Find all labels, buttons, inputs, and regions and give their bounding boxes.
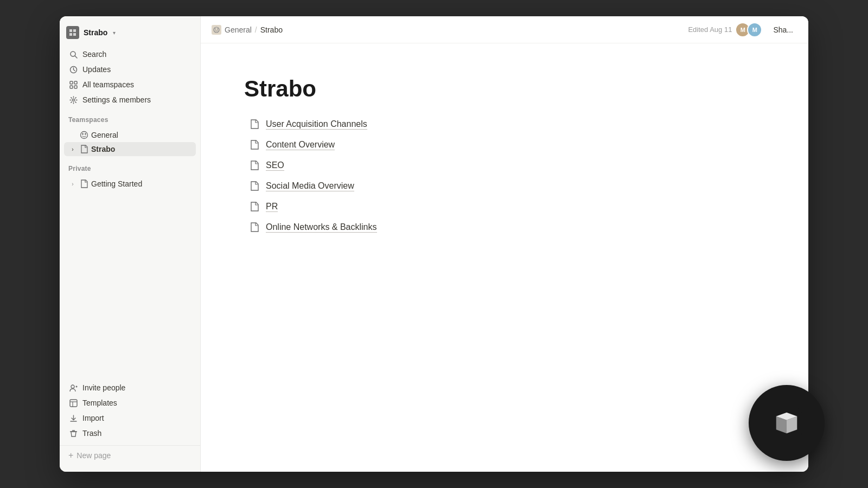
svg-rect-4 (74, 81, 77, 84)
breadcrumb-current-label: Strabo (260, 25, 283, 34)
workspace-header[interactable]: Strabo ▾ (60, 23, 200, 44)
item-doc-icon-1 (248, 139, 260, 151)
list-item[interactable]: User Acquisition Channels (244, 115, 765, 133)
item-label-1: Content Overview (266, 140, 335, 150)
sidebar-item-general[interactable]: General (64, 128, 196, 142)
sidebar-bottom-nav: Invite people Templates (60, 378, 200, 443)
svg-point-9 (82, 133, 84, 135)
svg-point-7 (72, 99, 74, 101)
svg-point-8 (81, 132, 88, 139)
item-doc-icon-5 (248, 221, 260, 233)
general-chevron-icon (68, 131, 77, 139)
getting-started-doc-icon (79, 179, 89, 189)
list-item[interactable]: PR (244, 197, 765, 216)
plus-icon: + (68, 451, 73, 460)
sidebar-item-import[interactable]: Import (64, 410, 196, 426)
teamspaces-section-label: Teamspaces (60, 110, 200, 126)
main-content: General / Strabo Edited Aug 11 M M (201, 16, 808, 472)
search-label: Search (82, 50, 106, 59)
svg-rect-14 (70, 400, 77, 407)
sidebar-nav: Search Updates (60, 44, 200, 110)
edited-timestamp: Edited Aug 11 (688, 25, 732, 34)
private-nav: › Getting Started (60, 175, 200, 193)
general-breadcrumb-icon (212, 25, 221, 35)
strabo-chevron-icon: › (68, 145, 77, 153)
page-content: Strabo User Acquisition Channels (201, 43, 808, 472)
collaborator-avatars: M M (738, 22, 762, 37)
invite-people-label: Invite people (82, 383, 125, 392)
breadcrumb-separator: / (255, 25, 257, 34)
sidebar-item-all-teamspaces[interactable]: All teamspaces (64, 77, 196, 92)
all-teamspaces-label: All teamspaces (82, 80, 134, 89)
trash-label: Trash (82, 429, 101, 438)
workspace-name: Strabo (84, 28, 107, 37)
workspace-chevron-icon: ▾ (113, 30, 116, 36)
breadcrumb-general[interactable]: General (212, 25, 252, 35)
page-items-list: User Acquisition Channels Content Overvi… (244, 115, 765, 236)
grid-icon (68, 80, 78, 89)
sidebar-item-invite-people[interactable]: Invite people (64, 380, 196, 395)
search-icon (68, 49, 78, 59)
item-doc-icon-4 (248, 201, 260, 213)
template-icon (68, 398, 78, 408)
new-page-button[interactable]: + New page (64, 448, 196, 463)
sidebar-item-updates[interactable]: Updates (64, 62, 196, 77)
svg-point-10 (85, 133, 86, 135)
svg-line-1 (75, 56, 77, 58)
teamspaces-nav: General › Strabo (60, 126, 200, 158)
sidebar-item-search[interactable]: Search (64, 47, 196, 62)
page-title: Strabo (244, 76, 765, 102)
updates-label: Updates (82, 65, 111, 74)
general-icon (79, 130, 89, 140)
sidebar: Strabo ▾ Search (60, 16, 201, 472)
svg-point-19 (214, 27, 219, 33)
svg-point-20 (215, 28, 216, 29)
sidebar-item-settings[interactable]: Settings & members (64, 92, 196, 107)
sidebar-item-getting-started[interactable]: › Getting Started (64, 177, 196, 191)
item-label-0: User Acquisition Channels (266, 119, 367, 130)
private-section-label: Private (60, 158, 200, 175)
new-page-label: New page (76, 451, 111, 460)
workspace-icon (66, 26, 79, 39)
sidebar-item-templates[interactable]: Templates (64, 395, 196, 410)
topbar-right: Edited Aug 11 M M Sha... (688, 22, 797, 37)
avatar-2: M (747, 22, 762, 37)
svg-rect-5 (70, 86, 73, 88)
general-label: General (91, 131, 118, 139)
import-label: Import (82, 414, 104, 422)
svg-rect-6 (74, 86, 77, 88)
breadcrumb-general-label: General (225, 25, 252, 34)
item-doc-icon-0 (248, 118, 260, 130)
person-plus-icon (68, 383, 78, 393)
svg-point-21 (217, 28, 218, 29)
gear-icon (68, 95, 78, 105)
item-label-4: PR (266, 202, 278, 212)
svg-rect-3 (70, 81, 73, 84)
clock-icon (68, 65, 78, 74)
trash-icon (68, 428, 78, 438)
item-label-2: SEO (266, 160, 284, 171)
strabo-doc-icon (79, 144, 89, 154)
breadcrumb: General / Strabo (212, 25, 283, 35)
sidebar-item-strabo[interactable]: › Strabo (64, 142, 196, 156)
list-item[interactable]: Content Overview (244, 136, 765, 154)
item-doc-icon-2 (248, 159, 260, 171)
getting-started-chevron-icon: › (68, 179, 77, 188)
item-label-3: Social Media Overview (266, 181, 354, 191)
strabo-label: Strabo (91, 145, 115, 153)
sidebar-item-trash[interactable]: Trash (64, 426, 196, 441)
item-doc-icon-3 (248, 180, 260, 192)
svg-point-11 (71, 385, 74, 388)
list-item[interactable]: SEO (244, 156, 765, 175)
templates-label: Templates (82, 399, 117, 407)
getting-started-label: Getting Started (91, 179, 142, 188)
download-icon (68, 413, 78, 423)
list-item[interactable]: Social Media Overview (244, 177, 765, 195)
share-button[interactable]: Sha... (769, 23, 797, 36)
settings-label: Settings & members (82, 95, 151, 104)
topbar: General / Strabo Edited Aug 11 M M (201, 16, 808, 43)
item-label-5: Online Networks & Backlinks (266, 222, 377, 233)
list-item[interactable]: Online Networks & Backlinks (244, 218, 765, 236)
